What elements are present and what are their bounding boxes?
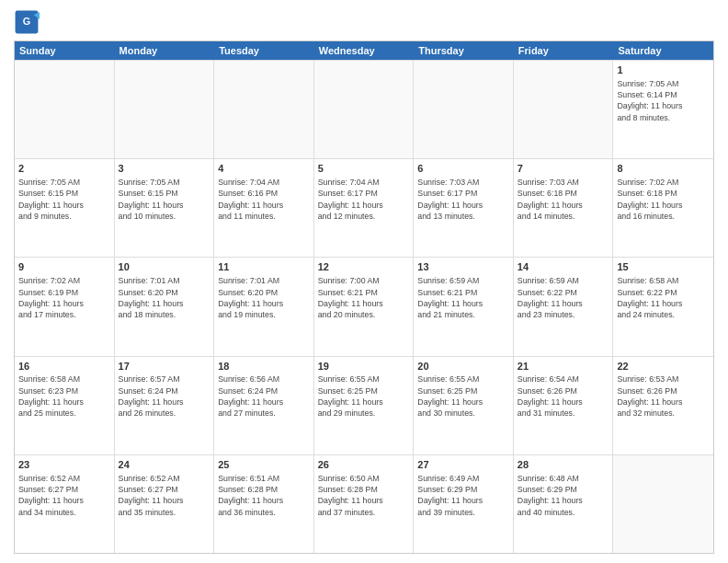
calendar-cell: 6Sunrise: 7:03 AM Sunset: 6:17 PM Daylig… bbox=[414, 159, 514, 257]
calendar-cell bbox=[314, 61, 415, 158]
header-day-sunday: Sunday bbox=[15, 41, 115, 60]
cell-info: Sunrise: 6:55 AM Sunset: 6:25 PM Dayligh… bbox=[417, 373, 509, 419]
day-number: 7 bbox=[518, 162, 609, 176]
cell-info: Sunrise: 7:02 AM Sunset: 6:18 PM Dayligh… bbox=[617, 177, 710, 222]
calendar-cell: 16Sunrise: 6:58 AM Sunset: 6:23 PM Dayli… bbox=[15, 357, 115, 454]
cell-info: Sunrise: 6:51 AM Sunset: 6:28 PM Dayligh… bbox=[218, 473, 310, 518]
day-number: 14 bbox=[518, 260, 609, 274]
calendar-cell: 28Sunrise: 6:48 AM Sunset: 6:29 PM Dayli… bbox=[514, 455, 614, 553]
calendar-cell: 19Sunrise: 6:55 AM Sunset: 6:25 PM Dayli… bbox=[314, 357, 415, 454]
calendar-cell: 22Sunrise: 6:53 AM Sunset: 6:26 PM Dayli… bbox=[613, 357, 713, 454]
header-day-tuesday: Tuesday bbox=[214, 41, 314, 60]
day-number: 3 bbox=[119, 162, 210, 176]
calendar-row-0: 1Sunrise: 7:05 AM Sunset: 6:14 PM Daylig… bbox=[15, 60, 713, 158]
cell-info: Sunrise: 7:01 AM Sunset: 6:20 PM Dayligh… bbox=[119, 275, 210, 320]
day-number: 2 bbox=[18, 162, 110, 176]
calendar-cell bbox=[514, 61, 614, 158]
cell-info: Sunrise: 7:00 AM Sunset: 6:21 PM Dayligh… bbox=[318, 275, 410, 320]
cell-info: Sunrise: 6:52 AM Sunset: 6:27 PM Dayligh… bbox=[119, 473, 210, 518]
day-number: 20 bbox=[417, 360, 509, 373]
calendar-cell: 15Sunrise: 6:58 AM Sunset: 6:22 PM Dayli… bbox=[613, 258, 713, 355]
cell-info: Sunrise: 7:03 AM Sunset: 6:17 PM Dayligh… bbox=[417, 177, 509, 222]
cell-info: Sunrise: 7:03 AM Sunset: 6:18 PM Dayligh… bbox=[518, 177, 609, 222]
day-number: 18 bbox=[218, 360, 310, 373]
cell-info: Sunrise: 6:54 AM Sunset: 6:26 PM Dayligh… bbox=[518, 373, 609, 419]
day-number: 21 bbox=[518, 360, 609, 373]
cell-info: Sunrise: 6:56 AM Sunset: 6:24 PM Dayligh… bbox=[218, 373, 310, 419]
header-day-monday: Monday bbox=[115, 41, 215, 60]
cell-info: Sunrise: 6:53 AM Sunset: 6:26 PM Dayligh… bbox=[617, 373, 710, 419]
calendar-cell: 21Sunrise: 6:54 AM Sunset: 6:26 PM Dayli… bbox=[514, 357, 614, 454]
day-number: 9 bbox=[18, 260, 110, 274]
cell-info: Sunrise: 6:57 AM Sunset: 6:24 PM Dayligh… bbox=[119, 373, 210, 419]
page: G SundayMondayTuesdayWednesdayThursdayFr… bbox=[0, 0, 728, 563]
calendar-body: 1Sunrise: 7:05 AM Sunset: 6:14 PM Daylig… bbox=[15, 60, 713, 553]
cell-info: Sunrise: 6:52 AM Sunset: 6:27 PM Dayligh… bbox=[18, 473, 110, 518]
day-number: 11 bbox=[218, 260, 310, 274]
cell-info: Sunrise: 6:48 AM Sunset: 6:29 PM Dayligh… bbox=[518, 473, 609, 518]
logo-icon: G bbox=[14, 9, 40, 35]
cell-info: Sunrise: 6:50 AM Sunset: 6:28 PM Dayligh… bbox=[318, 473, 410, 518]
calendar-cell: 2Sunrise: 7:05 AM Sunset: 6:15 PM Daylig… bbox=[15, 159, 115, 257]
calendar-cell: 12Sunrise: 7:00 AM Sunset: 6:21 PM Dayli… bbox=[314, 258, 415, 355]
cell-info: Sunrise: 6:59 AM Sunset: 6:21 PM Dayligh… bbox=[417, 275, 509, 320]
svg-text:G: G bbox=[23, 16, 30, 27]
calendar-cell: 23Sunrise: 6:52 AM Sunset: 6:27 PM Dayli… bbox=[15, 455, 115, 553]
calendar-cell bbox=[613, 455, 713, 553]
day-number: 26 bbox=[318, 458, 410, 472]
day-number: 10 bbox=[119, 260, 210, 274]
calendar-cell bbox=[414, 61, 514, 158]
day-number: 13 bbox=[417, 260, 509, 274]
calendar-cell: 9Sunrise: 7:02 AM Sunset: 6:19 PM Daylig… bbox=[15, 258, 115, 355]
day-number: 8 bbox=[617, 162, 710, 176]
calendar-cell: 3Sunrise: 7:05 AM Sunset: 6:15 PM Daylig… bbox=[115, 159, 215, 257]
cell-info: Sunrise: 7:02 AM Sunset: 6:19 PM Dayligh… bbox=[18, 275, 110, 320]
calendar-cell: 20Sunrise: 6:55 AM Sunset: 6:25 PM Dayli… bbox=[414, 357, 514, 454]
cell-info: Sunrise: 7:04 AM Sunset: 6:16 PM Dayligh… bbox=[218, 177, 310, 222]
cell-info: Sunrise: 7:05 AM Sunset: 6:15 PM Dayligh… bbox=[119, 177, 210, 222]
day-number: 17 bbox=[119, 360, 210, 373]
cell-info: Sunrise: 6:59 AM Sunset: 6:22 PM Dayligh… bbox=[518, 275, 609, 320]
calendar-cell: 7Sunrise: 7:03 AM Sunset: 6:18 PM Daylig… bbox=[514, 159, 614, 257]
day-number: 23 bbox=[18, 458, 110, 472]
calendar-row-2: 9Sunrise: 7:02 AM Sunset: 6:19 PM Daylig… bbox=[15, 257, 713, 355]
cell-info: Sunrise: 6:55 AM Sunset: 6:25 PM Dayligh… bbox=[318, 373, 410, 419]
day-number: 15 bbox=[617, 260, 710, 274]
calendar-cell bbox=[214, 61, 314, 158]
calendar-cell: 11Sunrise: 7:01 AM Sunset: 6:20 PM Dayli… bbox=[214, 258, 314, 355]
day-number: 6 bbox=[417, 162, 509, 176]
cell-info: Sunrise: 7:04 AM Sunset: 6:17 PM Dayligh… bbox=[318, 177, 410, 222]
calendar-cell: 10Sunrise: 7:01 AM Sunset: 6:20 PM Dayli… bbox=[115, 258, 215, 355]
calendar-cell: 1Sunrise: 7:05 AM Sunset: 6:14 PM Daylig… bbox=[613, 61, 713, 158]
calendar-row-4: 23Sunrise: 6:52 AM Sunset: 6:27 PM Dayli… bbox=[15, 454, 713, 553]
header-day-thursday: Thursday bbox=[414, 41, 514, 60]
day-number: 1 bbox=[617, 63, 710, 77]
calendar-cell: 18Sunrise: 6:56 AM Sunset: 6:24 PM Dayli… bbox=[214, 357, 314, 454]
calendar-cell: 17Sunrise: 6:57 AM Sunset: 6:24 PM Dayli… bbox=[115, 357, 215, 454]
day-number: 19 bbox=[318, 360, 410, 373]
calendar-cell: 26Sunrise: 6:50 AM Sunset: 6:28 PM Dayli… bbox=[314, 455, 415, 553]
day-number: 16 bbox=[18, 360, 110, 373]
cell-info: Sunrise: 7:01 AM Sunset: 6:20 PM Dayligh… bbox=[218, 275, 310, 320]
calendar-cell: 4Sunrise: 7:04 AM Sunset: 6:16 PM Daylig… bbox=[214, 159, 314, 257]
logo: G bbox=[14, 9, 41, 35]
cell-info: Sunrise: 6:58 AM Sunset: 6:23 PM Dayligh… bbox=[18, 373, 110, 419]
calendar-cell: 14Sunrise: 6:59 AM Sunset: 6:22 PM Dayli… bbox=[514, 258, 614, 355]
calendar-cell: 5Sunrise: 7:04 AM Sunset: 6:17 PM Daylig… bbox=[314, 159, 415, 257]
header: G bbox=[14, 9, 714, 35]
day-number: 27 bbox=[417, 458, 509, 472]
calendar: SundayMondayTuesdayWednesdayThursdayFrid… bbox=[14, 40, 714, 554]
cell-info: Sunrise: 6:58 AM Sunset: 6:22 PM Dayligh… bbox=[617, 275, 710, 320]
calendar-cell bbox=[15, 61, 115, 158]
cell-info: Sunrise: 6:49 AM Sunset: 6:29 PM Dayligh… bbox=[417, 473, 509, 518]
cell-info: Sunrise: 7:05 AM Sunset: 6:15 PM Dayligh… bbox=[18, 177, 110, 222]
header-day-friday: Friday bbox=[514, 41, 614, 60]
calendar-cell: 8Sunrise: 7:02 AM Sunset: 6:18 PM Daylig… bbox=[613, 159, 713, 257]
day-number: 24 bbox=[119, 458, 210, 472]
calendar-cell bbox=[115, 61, 215, 158]
day-number: 12 bbox=[318, 260, 410, 274]
calendar-cell: 13Sunrise: 6:59 AM Sunset: 6:21 PM Dayli… bbox=[414, 258, 514, 355]
calendar-cell: 24Sunrise: 6:52 AM Sunset: 6:27 PM Dayli… bbox=[115, 455, 215, 553]
day-number: 5 bbox=[318, 162, 410, 176]
calendar-cell: 27Sunrise: 6:49 AM Sunset: 6:29 PM Dayli… bbox=[414, 455, 514, 553]
